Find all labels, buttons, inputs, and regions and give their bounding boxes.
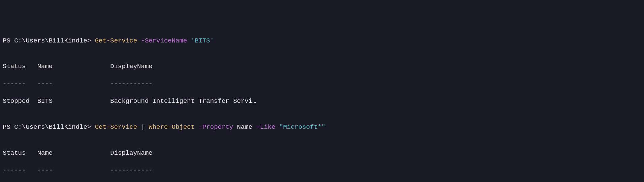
command-line-1: PS C:\Users\BillKindle> Get-Service -Ser… (3, 37, 641, 46)
cell-name: BITS (37, 97, 110, 105)
cell-status: Stopped (3, 97, 37, 105)
cmdlet: Get-Service (95, 123, 137, 131)
table-header: Status Name DisplayName (3, 149, 641, 158)
prompt-ps: PS (3, 37, 14, 44)
table-row: Stopped BITS Background Intelligent Tran… (3, 97, 641, 106)
dash-displayname: ----------- (110, 80, 152, 88)
cmdlet: Where-Object (149, 123, 195, 131)
param: -ServiceName (141, 37, 187, 44)
col-displayname: DisplayName (110, 63, 152, 70)
param: -Property (199, 123, 233, 131)
dash-status: ------ (3, 80, 37, 88)
table-dashes: ------ ---- ----------- (3, 166, 641, 175)
table-dashes: ------ ---- ----------- (3, 80, 641, 89)
dash-name: ---- (37, 80, 110, 88)
string-arg: "Microsoft*" (279, 123, 325, 131)
param: -Like (256, 123, 276, 131)
col-status: Status (3, 63, 37, 70)
prompt-gt: > (87, 37, 95, 44)
col-name: Name (37, 63, 110, 70)
string-arg: 'BITS' (191, 37, 214, 44)
cmdlet: Get-Service (95, 37, 137, 44)
pipe: | (137, 123, 149, 131)
param-value: Name (237, 123, 253, 131)
command-line-2: PS C:\Users\BillKindle> Get-Service | Wh… (3, 123, 641, 132)
table-header: Status Name DisplayName (3, 62, 641, 71)
terminal-output[interactable]: PS C:\Users\BillKindle> Get-Service -Ser… (3, 37, 641, 182)
cell-displayname: Background Intelligent Transfer Servi… (110, 97, 256, 105)
prompt-path: C:\Users\BillKindle (14, 37, 87, 44)
